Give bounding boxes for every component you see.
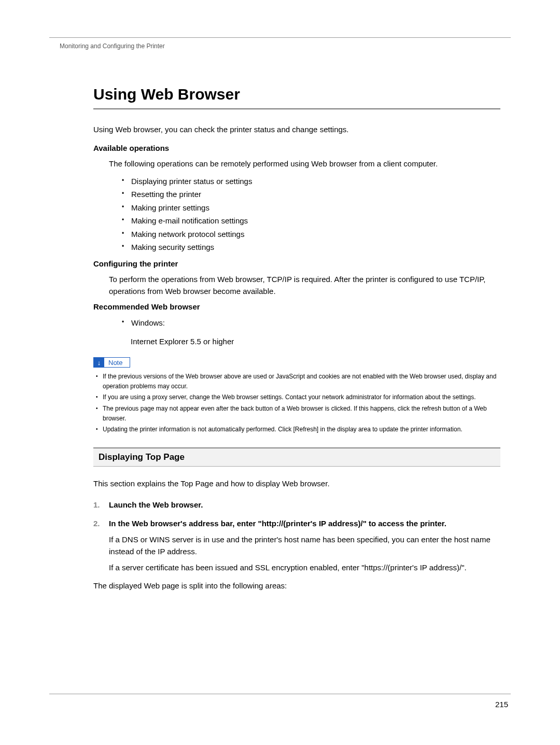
note-item: If the previous versions of the Web brow… <box>93 372 500 391</box>
list-item: Making network protocol settings <box>122 228 500 241</box>
available-operations-heading: Available operations <box>93 144 500 152</box>
step-number: 1. <box>93 499 100 511</box>
configuring-heading: Configuring the printer <box>93 259 500 268</box>
note-item: The previous page may not appear even af… <box>93 404 500 423</box>
step-item: 1. Launch the Web browser. <box>93 499 500 511</box>
arrow-down-icon: ↓ <box>94 358 104 367</box>
list-item: Displaying printer status or settings <box>122 175 500 188</box>
page-title: Using Web Browser <box>93 86 500 109</box>
page-number: 215 <box>495 700 508 709</box>
recommended-subtext: Internet Explorer 5.5 or higher <box>131 335 500 348</box>
available-operations-text: The following operations can be remotely… <box>109 158 500 170</box>
recommended-heading: Recommended Web browser <box>93 302 500 311</box>
note-label: ↓ Note <box>93 357 130 368</box>
step-title: Launch the Web browser. <box>109 500 203 509</box>
operations-list: Displaying printer status or settings Re… <box>122 175 500 254</box>
step-body: If a server certificate has been issued … <box>109 561 500 573</box>
configuring-text: To perform the operations from Web brows… <box>109 273 500 298</box>
note-label-text: Note <box>104 359 130 367</box>
running-header: Monitoring and Configuring the Printer <box>60 43 165 50</box>
recommended-list: Windows: <box>122 316 500 330</box>
list-item: Windows: <box>122 316 500 330</box>
intro-paragraph: Using Web browser, you can check the pri… <box>93 124 500 136</box>
step-number: 2. <box>93 517 100 529</box>
list-item: Making security settings <box>122 241 500 254</box>
step-item: 2. In the Web browser's address bar, ent… <box>93 517 500 574</box>
note-item: Updating the printer information is not … <box>93 425 500 434</box>
note-item: If you are using a proxy server, change … <box>93 392 500 402</box>
subsection-intro: This section explains the Top Page and h… <box>93 478 500 490</box>
list-item: Making printer settings <box>122 201 500 215</box>
closing-text: The displayed Web page is split into the… <box>93 580 500 592</box>
step-body: If a DNS or WINS server is in use and th… <box>109 533 500 558</box>
steps-list: 1. Launch the Web browser. 2. In the Web… <box>93 499 500 573</box>
note-list: If the previous versions of the Web brow… <box>93 372 500 434</box>
step-title: In the Web browser's address bar, enter … <box>109 519 446 528</box>
subsection-title: Displaying Top Page <box>93 447 500 467</box>
list-item: Resetting the printer <box>122 188 500 201</box>
list-item: Making e-mail notification settings <box>122 214 500 228</box>
